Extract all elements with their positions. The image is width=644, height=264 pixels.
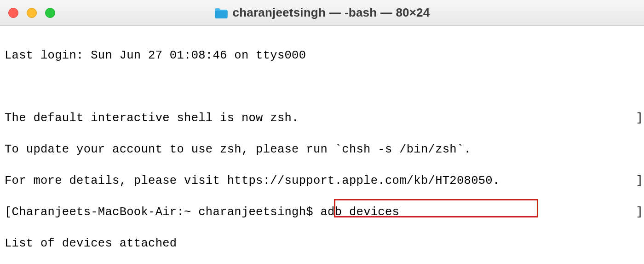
command: adb devices: [321, 205, 400, 219]
traffic-lights: [0, 8, 55, 18]
close-button[interactable]: [8, 8, 18, 18]
terminal-line: The default interactive shell is now zsh…: [5, 111, 639, 126]
right-bracket: ]: [636, 173, 643, 189]
right-bracket: ]: [636, 205, 643, 220]
right-bracket: ]: [636, 111, 643, 126]
minimize-button[interactable]: [27, 8, 37, 18]
window-title-group: charanjeetsingh — -bash — 80×24: [214, 6, 430, 20]
window-title-text: charanjeetsingh — -bash — 80×24: [233, 6, 430, 20]
terminal-line: [5, 79, 639, 95]
window-titlebar: charanjeetsingh — -bash — 80×24: [0, 0, 644, 26]
terminal-line: For more details, please visit https://s…: [5, 173, 639, 189]
terminal-line: List of devices attached: [5, 236, 639, 252]
terminal-content[interactable]: Last login: Sun Jun 27 01:08:46 on ttys0…: [0, 26, 644, 264]
maximize-button[interactable]: [45, 8, 55, 18]
terminal-line: Last login: Sun Jun 27 01:08:46 on ttys0…: [5, 48, 639, 64]
terminal-line: To update your account to use zsh, pleas…: [5, 142, 639, 158]
terminal-line: [Charanjeets-MacBook-Air:~ charanjeetsin…: [5, 205, 639, 220]
home-folder-icon: [214, 7, 228, 19]
prompt: [Charanjeets-MacBook-Air:~ charanjeetsin…: [5, 205, 321, 219]
